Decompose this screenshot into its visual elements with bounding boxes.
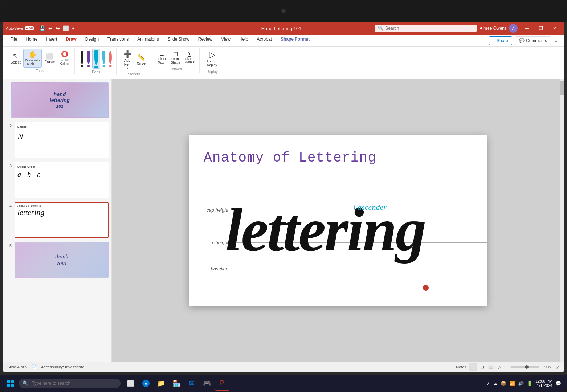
- slide-num-label: 1: [6, 84, 8, 88]
- add-pen-label: AddPen: [124, 58, 131, 66]
- add-pen-icon: ➕: [123, 50, 131, 58]
- lasso-select-button[interactable]: ⭕ LassoSelect: [58, 49, 72, 67]
- close-button[interactable]: ✕: [548, 23, 561, 34]
- taskbar-apps: ⬜ e 📁 🏪 ✉ 🎮 P: [123, 376, 229, 391]
- share-button[interactable]: ↑ Share: [489, 36, 512, 45]
- title-bar-left: AutoSave ● Off 💾 ↩ ↪ ⬜ ▾: [6, 25, 188, 31]
- status-right: Notes ⬜ ⊞ 📖 ▷ − + 90% ⤢: [456, 363, 560, 371]
- draw-with-touch-button[interactable]: ✋ Draw withTouch: [23, 49, 42, 68]
- slide-image-3[interactable]: Stroke Order a b c: [15, 162, 109, 198]
- accessibility-label: Accessibility: Investigate: [41, 365, 84, 369]
- tab-view[interactable]: View: [217, 35, 235, 46]
- ruler-button[interactable]: 📏 Ruler: [135, 53, 148, 67]
- tab-design[interactable]: Design: [81, 35, 103, 46]
- start-button[interactable]: [3, 376, 17, 391]
- slide-thumbnail-5[interactable]: 5 thankyou!: [6, 242, 109, 278]
- zoom-slider[interactable]: [510, 366, 539, 368]
- reading-view-button[interactable]: 📖: [487, 363, 495, 371]
- autosave-label: AutoSave: [6, 26, 23, 30]
- zoom-thumb[interactable]: [525, 365, 529, 369]
- restore-button[interactable]: ❐: [534, 23, 547, 34]
- tab-help[interactable]: Help: [235, 35, 253, 46]
- canvas-area[interactable]: Anatomy of Lettering cap height x-height…: [112, 79, 564, 362]
- tray-dropbox-icon[interactable]: 📦: [501, 381, 506, 386]
- avatar[interactable]: A: [509, 24, 518, 33]
- ruler-icon: 📏: [137, 54, 145, 62]
- redo-button[interactable]: ↪: [56, 25, 60, 31]
- ink-to-math-button[interactable]: ∑ Ink toMath ▾: [183, 49, 197, 66]
- tab-slideshow[interactable]: Slide Show: [163, 35, 194, 46]
- tray-battery-icon[interactable]: 🔋: [527, 381, 533, 386]
- ink-to-shape-button[interactable]: ◻ Ink toShape: [169, 49, 182, 66]
- tab-shape-format[interactable]: Shape Format: [276, 35, 314, 46]
- tab-transitions[interactable]: Transitions: [103, 35, 133, 46]
- eraser-button[interactable]: ⬜ Eraser: [42, 52, 57, 65]
- tab-animations[interactable]: Animations: [133, 35, 163, 46]
- slide-thumbnail-4[interactable]: 4 Anatomy of Lettering lettering: [6, 202, 109, 238]
- taskbar-powerpoint[interactable]: P: [215, 376, 229, 391]
- pen-pink[interactable]: [107, 50, 113, 68]
- ink-to-text-button[interactable]: ≣ Ink toText: [155, 49, 168, 66]
- pen-purple[interactable]: [86, 50, 91, 68]
- scrollbar-thumb[interactable]: [560, 81, 564, 95]
- taskbar-task-view[interactable]: ⬜: [123, 376, 138, 391]
- undo-button[interactable]: ↩: [48, 25, 53, 31]
- slide-number-2: 2: [6, 122, 12, 128]
- win-logo-br: [11, 384, 14, 387]
- notes-button[interactable]: Notes: [456, 365, 466, 369]
- ink-replay-button[interactable]: ▷ InkReplay: [205, 49, 219, 68]
- add-pen-button[interactable]: ➕ AddPen ▾: [121, 49, 134, 71]
- save-button[interactable]: 💾: [39, 25, 45, 31]
- slide-number-4: 4: [6, 202, 12, 208]
- zoom-in-button[interactable]: +: [541, 365, 543, 369]
- collapse-ribbon-button[interactable]: ⌄: [554, 38, 558, 44]
- taskbar-store[interactable]: 🏪: [169, 376, 184, 391]
- tab-insert[interactable]: Insert: [42, 35, 61, 46]
- customize-quick-access-button[interactable]: ▾: [72, 25, 74, 31]
- taskbar-file-explorer[interactable]: 📁: [154, 376, 168, 391]
- slide-thumbnail-1[interactable]: 1 handlettering101: [6, 82, 109, 118]
- slide-image-2[interactable]: Basics N: [15, 122, 109, 158]
- stencils-items: ➕ AddPen ▾ 📏 Ruler: [121, 49, 148, 71]
- fit-window-button[interactable]: ⤢: [555, 364, 560, 370]
- tab-home[interactable]: Home: [21, 35, 42, 46]
- search-input[interactable]: [375, 25, 477, 32]
- autosave-toggle[interactable]: ● Off: [25, 26, 34, 30]
- tab-review[interactable]: Review: [194, 35, 217, 46]
- baseline-label: baseline: [189, 266, 233, 271]
- taskbar-mail[interactable]: ✉: [184, 376, 199, 391]
- comments-button[interactable]: 💬 Comments: [515, 36, 551, 45]
- pen-teal-selected[interactable]: [92, 49, 100, 69]
- tray-notification-icon[interactable]: 💬: [555, 381, 561, 386]
- slideshow-button[interactable]: ▷: [495, 363, 503, 371]
- slide-sorter-button[interactable]: ⊞: [478, 363, 486, 371]
- tray-network-icon[interactable]: 📶: [509, 381, 515, 386]
- share-icon: ↑: [493, 38, 495, 43]
- zoom-out-button[interactable]: −: [506, 365, 509, 369]
- tab-acrobat[interactable]: Acrobat: [253, 35, 276, 46]
- ruler-label: Ruler: [137, 62, 146, 66]
- slide-image-5[interactable]: thankyou!: [15, 242, 109, 278]
- taskbar-search-input[interactable]: [19, 379, 121, 388]
- slide-thumbnail-3[interactable]: 3 Stroke Order a b c: [6, 162, 109, 198]
- normal-view-button[interactable]: ⬜: [469, 363, 477, 371]
- pen-black[interactable]: [79, 50, 85, 68]
- tray-volume-icon[interactable]: 🔊: [518, 381, 524, 386]
- minimize-button[interactable]: —: [521, 23, 534, 34]
- slide-panel[interactable]: 1 handlettering101 2 Basics N 3: [3, 79, 112, 362]
- slide-thumbnail-2[interactable]: 2 Basics N: [6, 122, 109, 158]
- taskbar-xbox[interactable]: 🎮: [200, 376, 214, 391]
- slide-image-1[interactable]: handlettering101: [11, 82, 109, 118]
- vertical-scrollbar[interactable]: [560, 79, 564, 362]
- taskbar-edge[interactable]: e: [139, 376, 153, 391]
- tray-expand-button[interactable]: ∧: [486, 381, 490, 386]
- select-button[interactable]: ↖ Select: [9, 51, 23, 65]
- tab-file[interactable]: File: [6, 35, 21, 46]
- slide-image-4[interactable]: Anatomy of Lettering lettering: [15, 202, 109, 238]
- tab-draw[interactable]: Draw: [61, 35, 81, 46]
- win-logo-bl: [7, 384, 10, 387]
- tablet-mode-button[interactable]: ⬜: [63, 25, 69, 31]
- tray-onedrive-icon[interactable]: ☁: [493, 381, 498, 386]
- search-icon: 🔍: [378, 26, 383, 31]
- pen-light-blue[interactable]: [101, 50, 107, 68]
